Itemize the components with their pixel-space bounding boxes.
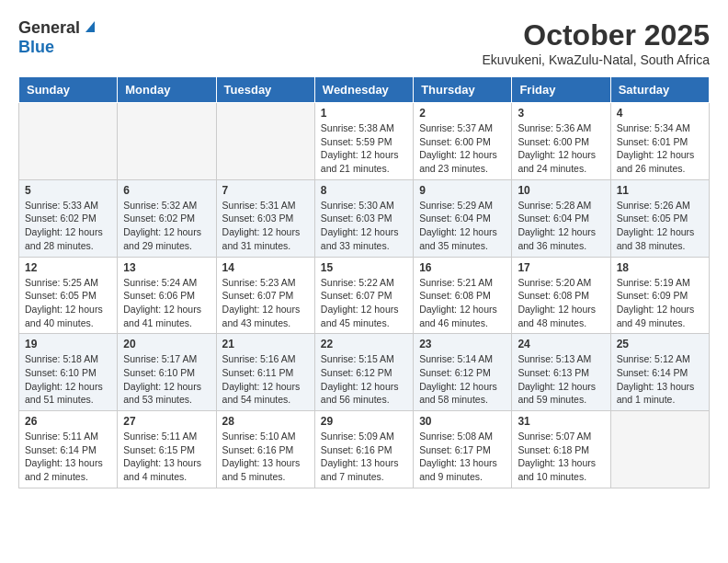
calendar-day: 12Sunrise: 5:25 AMSunset: 6:05 PMDayligh…	[19, 257, 118, 334]
calendar-day: 20Sunrise: 5:17 AMSunset: 6:10 PMDayligh…	[118, 334, 216, 411]
header-saturday: Saturday	[610, 77, 709, 103]
day-number: 22	[321, 338, 407, 350]
day-number: 12	[25, 261, 111, 274]
sunrise-text: Sunrise: 5:36 AM	[518, 122, 591, 133]
day-number: 21	[222, 338, 309, 350]
calendar-day: 28Sunrise: 5:10 AMSunset: 6:16 PMDayligh…	[216, 411, 314, 488]
day-info: Sunrise: 5:29 AMSunset: 6:04 PMDaylight:…	[419, 199, 506, 253]
day-info: Sunrise: 5:30 AMSunset: 6:03 PMDaylight:…	[321, 199, 407, 253]
title-area: October 2025 Ekuvukeni, KwaZulu-Natal, S…	[483, 18, 710, 67]
daylight-text: Daylight: 12 hours and 54 minutes.	[222, 381, 301, 406]
day-number: 7	[222, 184, 309, 197]
day-info: Sunrise: 5:13 AMSunset: 6:13 PMDaylight:…	[518, 352, 604, 407]
day-number: 27	[123, 415, 210, 428]
day-number: 1	[321, 107, 407, 120]
day-info: Sunrise: 5:10 AMSunset: 6:16 PMDaylight:…	[222, 430, 309, 484]
day-number: 14	[222, 261, 309, 274]
header-thursday: Thursday	[414, 77, 512, 103]
day-number: 24	[518, 338, 604, 350]
sunrise-text: Sunrise: 5:37 AM	[419, 122, 493, 133]
sunset-text: Sunset: 6:14 PM	[617, 367, 688, 378]
sunrise-text: Sunrise: 5:07 AM	[518, 431, 591, 442]
sunrise-text: Sunrise: 5:34 AM	[617, 122, 690, 133]
sunrise-text: Sunrise: 5:19 AM	[617, 277, 690, 288]
sunrise-text: Sunrise: 5:15 AM	[321, 353, 394, 364]
sunset-text: Sunset: 6:14 PM	[25, 444, 97, 455]
calendar-day: 1Sunrise: 5:38 AMSunset: 5:59 PMDaylight…	[314, 103, 413, 180]
calendar-day	[610, 411, 709, 488]
day-info: Sunrise: 5:19 AMSunset: 6:09 PMDaylight:…	[617, 276, 703, 330]
calendar-day: 31Sunrise: 5:07 AMSunset: 6:18 PMDayligh…	[512, 411, 610, 488]
day-info: Sunrise: 5:24 AMSunset: 6:06 PMDaylight:…	[123, 276, 210, 330]
calendar-week-row: 1Sunrise: 5:38 AMSunset: 5:59 PMDaylight…	[19, 103, 710, 180]
header-tuesday: Tuesday	[216, 77, 314, 103]
daylight-text: Daylight: 13 hours and 7 minutes.	[321, 457, 399, 482]
sunset-text: Sunset: 6:03 PM	[222, 213, 294, 224]
sunset-text: Sunset: 6:04 PM	[518, 213, 589, 224]
calendar-day: 2Sunrise: 5:37 AMSunset: 6:00 PMDaylight…	[414, 103, 512, 180]
sunrise-text: Sunrise: 5:28 AM	[518, 200, 591, 211]
sunset-text: Sunset: 6:10 PM	[25, 367, 97, 378]
calendar-day	[19, 103, 118, 180]
calendar-day: 3Sunrise: 5:36 AMSunset: 6:00 PMDaylight…	[512, 103, 610, 180]
sunrise-text: Sunrise: 5:26 AM	[617, 200, 690, 211]
day-info: Sunrise: 5:31 AMSunset: 6:03 PMDaylight:…	[222, 199, 309, 253]
calendar-day: 8Sunrise: 5:30 AMSunset: 6:03 PMDaylight…	[314, 179, 413, 257]
calendar-day: 16Sunrise: 5:21 AMSunset: 6:08 PMDayligh…	[414, 257, 512, 334]
calendar-day: 21Sunrise: 5:16 AMSunset: 6:11 PMDayligh…	[216, 334, 314, 411]
daylight-text: Daylight: 12 hours and 56 minutes.	[321, 381, 399, 406]
sunrise-text: Sunrise: 5:29 AM	[419, 200, 493, 211]
day-info: Sunrise: 5:16 AMSunset: 6:11 PMDaylight:…	[222, 352, 309, 407]
calendar-day: 14Sunrise: 5:23 AMSunset: 6:07 PMDayligh…	[216, 257, 314, 334]
daylight-text: Daylight: 13 hours and 10 minutes.	[518, 457, 596, 482]
sunrise-text: Sunrise: 5:10 AM	[222, 431, 296, 442]
sunset-text: Sunset: 6:02 PM	[123, 213, 195, 224]
day-number: 5	[25, 184, 111, 197]
daylight-text: Daylight: 13 hours and 1 minute.	[617, 381, 695, 406]
calendar-day: 23Sunrise: 5:14 AMSunset: 6:12 PMDayligh…	[414, 334, 512, 411]
header-sunday: Sunday	[19, 77, 118, 103]
logo: General Blue	[18, 18, 98, 57]
day-info: Sunrise: 5:32 AMSunset: 6:02 PMDaylight:…	[123, 199, 210, 253]
sunrise-text: Sunrise: 5:30 AM	[321, 200, 394, 211]
daylight-text: Daylight: 12 hours and 40 minutes.	[25, 304, 103, 328]
sunset-text: Sunset: 6:09 PM	[617, 290, 688, 301]
day-info: Sunrise: 5:20 AMSunset: 6:08 PMDaylight:…	[518, 276, 604, 330]
day-number: 9	[419, 184, 506, 197]
day-number: 6	[123, 184, 210, 197]
sunset-text: Sunset: 6:03 PM	[321, 213, 392, 224]
calendar-day: 4Sunrise: 5:34 AMSunset: 6:01 PMDaylight…	[610, 103, 709, 180]
daylight-text: Daylight: 12 hours and 53 minutes.	[123, 381, 201, 406]
sunrise-text: Sunrise: 5:08 AM	[419, 431, 493, 442]
sunset-text: Sunset: 6:02 PM	[25, 213, 97, 224]
sunset-text: Sunset: 6:16 PM	[321, 444, 392, 455]
calendar-day: 9Sunrise: 5:29 AMSunset: 6:04 PMDaylight…	[414, 179, 512, 257]
sunrise-text: Sunrise: 5:31 AM	[222, 200, 296, 211]
sunset-text: Sunset: 6:06 PM	[123, 290, 195, 301]
daylight-text: Daylight: 13 hours and 5 minutes.	[222, 457, 301, 482]
day-info: Sunrise: 5:17 AMSunset: 6:10 PMDaylight:…	[123, 352, 210, 407]
day-number: 11	[617, 184, 703, 197]
daylight-text: Daylight: 12 hours and 45 minutes.	[321, 304, 399, 328]
day-info: Sunrise: 5:18 AMSunset: 6:10 PMDaylight:…	[25, 352, 111, 407]
day-number: 29	[321, 415, 407, 428]
sunrise-text: Sunrise: 5:25 AM	[25, 277, 98, 288]
daylight-text: Daylight: 12 hours and 48 minutes.	[518, 304, 596, 328]
day-number: 30	[419, 415, 506, 428]
day-number: 4	[617, 107, 703, 120]
calendar-day: 17Sunrise: 5:20 AMSunset: 6:08 PMDayligh…	[512, 257, 610, 334]
sunrise-text: Sunrise: 5:14 AM	[419, 353, 493, 364]
sunset-text: Sunset: 6:07 PM	[222, 290, 294, 301]
day-info: Sunrise: 5:38 AMSunset: 5:59 PMDaylight:…	[321, 121, 407, 176]
day-info: Sunrise: 5:12 AMSunset: 6:14 PMDaylight:…	[617, 352, 703, 407]
sunrise-text: Sunrise: 5:21 AM	[419, 277, 493, 288]
daylight-text: Daylight: 12 hours and 58 minutes.	[419, 381, 497, 406]
sunset-text: Sunset: 6:08 PM	[518, 290, 589, 301]
sunrise-text: Sunrise: 5:13 AM	[518, 353, 591, 364]
sunset-text: Sunset: 6:05 PM	[25, 290, 97, 301]
sunset-text: Sunset: 6:07 PM	[321, 290, 392, 301]
calendar-day: 5Sunrise: 5:33 AMSunset: 6:02 PMDaylight…	[19, 179, 118, 257]
daylight-text: Daylight: 12 hours and 36 minutes.	[518, 226, 596, 251]
daylight-text: Daylight: 12 hours and 24 minutes.	[518, 149, 596, 174]
daylight-text: Daylight: 12 hours and 28 minutes.	[25, 226, 103, 251]
